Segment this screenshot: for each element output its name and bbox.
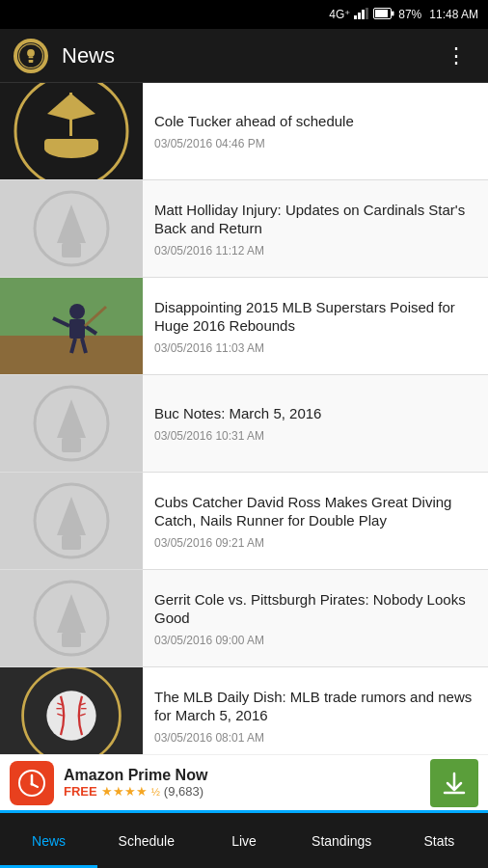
news-headline-3: Disappointing 2015 MLB Superstars Poised…: [154, 298, 476, 336]
news-item-4[interactable]: Buc Notes: March 5, 2016 03/05/2016 10:3…: [0, 375, 488, 473]
svg-marker-31: [57, 399, 86, 438]
news-date-6: 03/05/2016 09:00 AM: [154, 634, 476, 647]
svg-point-9: [27, 49, 35, 57]
ad-stars: ★★★★: [101, 784, 148, 799]
news-thumb-3: [0, 278, 143, 374]
svg-rect-35: [62, 535, 81, 550]
ad-rating-count: (9,683): [164, 784, 203, 799]
news-content-7: The MLB Daily Dish: MLB trade rumors and…: [143, 667, 488, 754]
nav-item-standings[interactable]: Standings: [293, 813, 391, 868]
svg-rect-1: [358, 13, 361, 19]
svg-marker-19: [57, 204, 86, 243]
news-thumb-4: [0, 375, 143, 472]
ad-subtitle: FREE ★★★★½ (9,683): [64, 784, 430, 799]
page-title: News: [62, 43, 438, 68]
svg-rect-2: [362, 10, 365, 19]
news-item-5[interactable]: Cubs Catcher David Ross Makes Great Divi…: [0, 473, 488, 570]
svg-rect-6: [392, 11, 394, 15]
svg-rect-3: [366, 8, 368, 19]
signal-bars: [354, 8, 369, 22]
news-date-3: 03/05/2016 11:03 AM: [154, 341, 476, 355]
news-headline-1: Cole Tucker ahead of schedule: [154, 112, 476, 131]
nav-label-live: Live: [231, 833, 257, 849]
svg-rect-24: [69, 319, 85, 339]
ad-download-button[interactable]: [430, 759, 478, 807]
ad-free-label: FREE: [64, 784, 97, 799]
ad-icon: [10, 761, 54, 805]
news-headline-5: Cubs Catcher David Ross Makes Great Divi…: [154, 493, 476, 530]
news-content-5: Cubs Catcher David Ross Makes Great Divi…: [143, 473, 488, 569]
ad-title: Amazon Prime Now: [64, 767, 430, 784]
news-item-3[interactable]: Disappointing 2015 MLB Superstars Poised…: [0, 278, 488, 375]
nav-item-schedule[interactable]: Schedule: [97, 813, 195, 868]
svg-rect-22: [0, 336, 143, 374]
news-content-2: Matt Holliday Injury: Updates on Cardina…: [143, 180, 488, 277]
news-thumb-1: [0, 83, 143, 179]
svg-rect-17: [44, 139, 98, 150]
battery-percent: 87%: [398, 8, 421, 21]
news-item-1[interactable]: Cole Tucker ahead of schedule 03/05/2016…: [0, 83, 488, 180]
news-item-2[interactable]: Matt Holliday Injury: Updates on Cardina…: [0, 180, 488, 278]
news-headline-6: Gerrit Cole vs. Pittsburgh Pirates: Nobo…: [154, 590, 476, 628]
news-content-4: Buc Notes: March 5, 2016 03/05/2016 10:3…: [143, 375, 488, 472]
news-date-7: 03/05/2016 08:01 AM: [154, 731, 476, 745]
status-bar: 4G⁺ 87% 11:48 AM: [0, 0, 488, 29]
ad-text: Amazon Prime Now FREE ★★★★½ (9,683): [64, 767, 430, 799]
news-content-3: Disappointing 2015 MLB Superstars Poised…: [143, 278, 488, 374]
nav-label-schedule: Schedule: [119, 833, 175, 849]
news-thumb-7: [0, 667, 143, 754]
news-headline-4: Buc Notes: March 5, 2016: [154, 404, 476, 423]
news-content-6: Gerrit Cole vs. Pittsburgh Pirates: Nobo…: [143, 570, 488, 666]
news-content-1: Cole Tucker ahead of schedule 03/05/2016…: [143, 83, 488, 179]
svg-marker-37: [57, 594, 86, 633]
svg-rect-5: [375, 10, 388, 17]
news-headline-7: The MLB Daily Dish: MLB trade rumors and…: [154, 688, 476, 725]
news-thumb-5: [0, 473, 143, 569]
svg-rect-32: [62, 438, 81, 452]
network-label: 4G⁺: [329, 8, 350, 21]
svg-rect-38: [62, 633, 81, 647]
news-date-4: 03/05/2016 10:31 AM: [154, 429, 476, 443]
nav-label-standings: Standings: [312, 833, 371, 849]
svg-rect-20: [62, 243, 81, 258]
svg-marker-34: [57, 497, 86, 535]
news-date-1: 03/05/2016 04:46 PM: [154, 137, 476, 150]
ad-banner[interactable]: Amazon Prime Now FREE ★★★★½ (9,683): [0, 754, 488, 810]
bottom-nav: News Schedule Live Standings Stats: [0, 810, 488, 868]
nav-item-stats[interactable]: Stats: [391, 813, 488, 868]
news-thumb-6: [0, 570, 143, 666]
svg-rect-0: [354, 15, 357, 19]
time: 11:48 AM: [429, 8, 478, 21]
more-options-button[interactable]: ⋮: [438, 40, 474, 72]
svg-rect-13: [69, 93, 72, 136]
nav-label-stats: Stats: [423, 833, 454, 849]
news-thumb-2: [0, 180, 143, 277]
app-bar: News ⋮: [0, 29, 488, 83]
nav-label-news: News: [32, 833, 66, 849]
news-list: Cole Tucker ahead of schedule 03/05/2016…: [0, 83, 488, 754]
news-item-6[interactable]: Gerrit Cole vs. Pittsburgh Pirates: Nobo…: [0, 570, 488, 667]
news-item-7[interactable]: The MLB Daily Dish: MLB trade rumors and…: [0, 667, 488, 754]
svg-point-23: [69, 304, 85, 319]
battery-icon: [373, 8, 394, 22]
nav-item-live[interactable]: Live: [195, 813, 292, 868]
news-date-5: 03/05/2016 09:21 AM: [154, 536, 476, 550]
news-date-2: 03/05/2016 11:12 AM: [154, 244, 476, 258]
nav-item-news[interactable]: News: [0, 813, 97, 868]
app-logo: [14, 39, 48, 73]
news-headline-2: Matt Holliday Injury: Updates on Cardina…: [154, 201, 476, 238]
svg-point-50: [31, 782, 34, 785]
svg-point-40: [46, 691, 95, 740]
